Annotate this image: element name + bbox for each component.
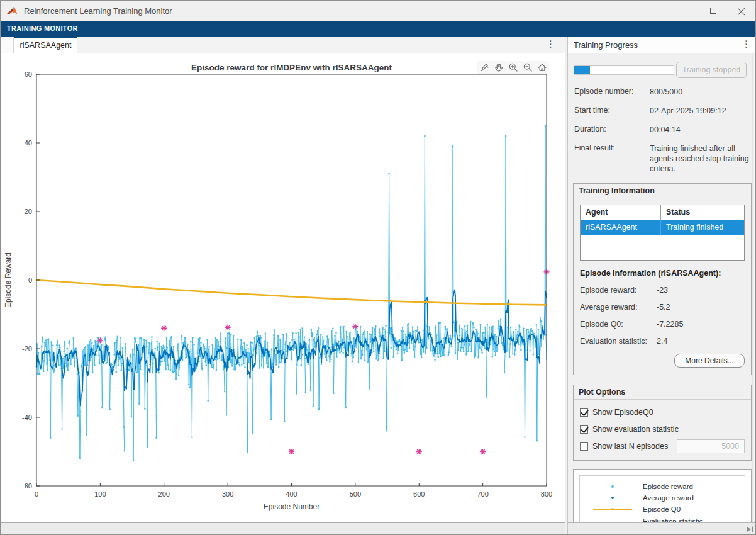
svg-text:500: 500 — [350, 490, 361, 498]
close-button[interactable] — [727, 1, 755, 21]
training-stopped-button[interactable]: Training stopped — [676, 62, 747, 78]
table-empty-area — [581, 235, 744, 260]
episode-info-value: -5.2 — [657, 303, 670, 312]
checkbox-label: Show EpisodeQ0 — [592, 408, 653, 417]
minimize-icon — [681, 11, 688, 11]
svg-text:400: 400 — [286, 490, 297, 498]
legend-entry-evaluation-statistic: Evaluation statistic (MeanEpisodeReward) — [582, 517, 742, 522]
window-title: Reinforcement Learning Training Monitor — [24, 6, 172, 16]
training-chart[interactable]: 0100200300400500600700800-60-40-20020406… — [1, 54, 565, 522]
info-label: Duration: — [574, 125, 650, 135]
skip-to-end-icon[interactable] — [745, 526, 754, 533]
info-value: 00:04:14 — [650, 125, 750, 135]
training-progress-panel: Training Progress ⋮ Training stopped Epi… — [567, 37, 756, 522]
show-evaluation-statistic-row: Show evaluation statistic — [580, 425, 745, 434]
column-header-agent: Agent — [581, 205, 661, 220]
window-controls — [670, 1, 755, 21]
svg-text:-20: -20 — [22, 345, 32, 352]
svg-text:300: 300 — [222, 490, 233, 498]
tab-strip-kebab-icon[interactable]: ⋮ — [546, 38, 555, 50]
horizontal-scrollbar-right[interactable] — [567, 522, 756, 535]
checkbox-label: Show last N episodes — [592, 442, 668, 451]
title-bar: Reinforcement Learning Training Monitor — [1, 1, 755, 21]
cell-status: Training finished — [661, 220, 744, 235]
more-details-button[interactable]: More Details... — [674, 354, 745, 368]
episode-reward-row: Episode reward: -23 — [580, 286, 745, 295]
horizontal-scrollbar-left[interactable] — [1, 522, 565, 535]
document-tab-strip: rlSARSAAgent ⋮ — [1, 37, 565, 54]
evaluation-statistic-asterisk-sample — [582, 521, 643, 522]
zoom-in-icon[interactable] — [508, 62, 519, 73]
table-row[interactable]: rlSARSAAgent Training finished — [581, 220, 744, 235]
svg-text:Episode Number: Episode Number — [264, 502, 320, 511]
tab-list-menu-button[interactable] — [1, 37, 14, 53]
chart-legend: Episode reward Average reward Episode Q0 — [573, 469, 752, 522]
svg-text:100: 100 — [94, 490, 106, 498]
svg-text:-60: -60 — [22, 482, 32, 490]
show-episodeq0-row: Show EpisodeQ0 — [580, 408, 745, 417]
legend-label: Episode reward — [643, 483, 693, 491]
legend-label: Episode Q0 — [643, 505, 681, 514]
checkbox-label: Show evaluation statistic — [592, 425, 679, 434]
svg-text:200: 200 — [158, 490, 170, 498]
training-information-group: Training Information Agent Status rlSARS… — [573, 183, 752, 375]
episode-info-title: Episode Information (rlSARSAAgent): — [580, 269, 745, 278]
home-restore-view-icon[interactable] — [536, 62, 548, 73]
minimize-button[interactable] — [670, 1, 699, 21]
episode-reward-line-sample — [582, 482, 643, 492]
legend-inner-box: Episode reward Average reward Episode Q0 — [579, 475, 745, 522]
episode-info-label: Average reward: — [580, 303, 657, 312]
svg-text:Episode Reward: Episode Reward — [4, 252, 13, 308]
app-window: Reinforcement Learning Training Monitor … — [0, 0, 756, 535]
svg-text:700: 700 — [477, 490, 488, 498]
episode-info-label: Episode reward: — [580, 286, 657, 295]
legend-entry-average-reward: Average reward — [582, 493, 742, 503]
tab-rlsarsaagent[interactable]: rlSARSAAgent — [14, 37, 77, 54]
panel-kebab-icon[interactable]: ⋮ — [742, 38, 751, 50]
tab-training-monitor[interactable]: TRAINING MONITOR — [1, 21, 84, 37]
more-details-row: More Details... — [580, 354, 745, 368]
panel-header: Training Progress ⋮ — [568, 37, 756, 54]
legend-entry-episode-q0: Episode Q0 — [582, 504, 742, 514]
axes-toolbar — [477, 61, 549, 74]
vertical-scrollbar[interactable] — [752, 54, 756, 522]
svg-text:0: 0 — [35, 490, 38, 498]
panel-title: Training Progress — [574, 40, 638, 50]
info-label: Episode number: — [574, 87, 650, 97]
progress-fill — [574, 66, 590, 74]
list-icon — [4, 43, 9, 47]
info-label: Final result: — [574, 144, 650, 174]
panel-body: Training stopped Episode number: 800/500… — [568, 54, 756, 522]
info-value: 800/5000 — [650, 87, 750, 97]
toolstrip: TRAINING MONITOR — [1, 21, 755, 37]
average-reward-row: Average reward: -5.2 — [580, 303, 745, 312]
legend-label: Evaluation statistic (MeanEpisodeReward) — [643, 517, 717, 522]
close-icon — [738, 7, 745, 14]
legend-entry-episode-reward: Episode reward — [582, 482, 742, 492]
svg-text:800: 800 — [541, 490, 552, 498]
table-header-row: Agent Status — [581, 205, 744, 220]
episode-info-value: 2.4 — [657, 337, 667, 346]
show-episodeq0-checkbox[interactable] — [580, 408, 588, 417]
show-evaluation-statistic-checkbox[interactable] — [580, 425, 588, 434]
last-n-episodes-input[interactable]: 5000 — [677, 439, 745, 453]
maximize-button[interactable] — [699, 1, 727, 21]
episode-info-label: Episode Q0: — [580, 320, 657, 329]
brush-icon[interactable] — [479, 62, 490, 73]
episode-info-label: Evaluation statistic: — [580, 337, 657, 346]
agent-status-table: Agent Status rlSARSAAgent Training finis… — [580, 205, 745, 261]
pan-hand-icon[interactable] — [493, 62, 504, 73]
episode-q0-row: Episode Q0: -7.2285 — [580, 320, 745, 329]
svg-text:40: 40 — [25, 139, 32, 147]
matlab-logo-icon — [6, 6, 19, 16]
episode-q0-line-sample — [582, 504, 643, 514]
chart-pane: Episode reward for rlMDPEnv with rlSARSA… — [1, 54, 565, 522]
show-last-n-episodes-checkbox[interactable] — [580, 442, 588, 451]
svg-text:600: 600 — [413, 490, 425, 498]
plot-options-group: Plot Options Show EpisodeQ0 Show evaluat… — [573, 385, 752, 461]
info-row-start-time: Start time: 02-Apr-2025 19:09:12 — [574, 106, 750, 116]
show-last-n-episodes-row: Show last N episodes 5000 — [580, 442, 745, 451]
zoom-out-icon[interactable] — [522, 62, 533, 73]
group-title: Plot Options — [574, 385, 751, 400]
info-label: Start time: — [574, 106, 650, 116]
